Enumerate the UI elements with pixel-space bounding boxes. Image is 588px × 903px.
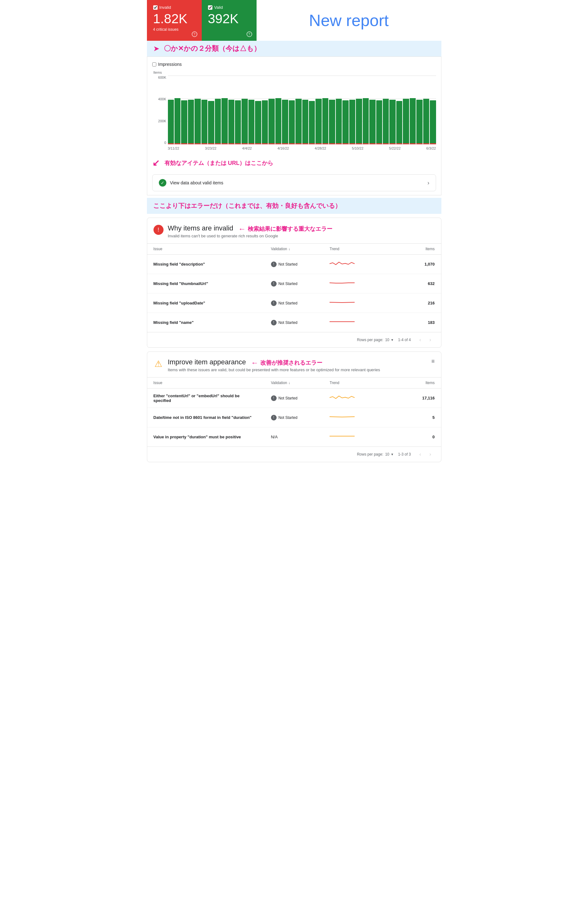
stats-row: Invalid 1.82K 4 critical issues ? Valid … <box>147 0 257 41</box>
trend-sparkline <box>329 298 354 307</box>
invalid-card: Invalid 1.82K 4 critical issues ? <box>147 0 202 41</box>
next-page-button[interactable]: › <box>426 335 435 344</box>
pink-arrow-1: ➤ <box>153 44 160 53</box>
invalid-checkbox-label[interactable]: Invalid <box>153 5 196 10</box>
impressions-checkbox-label[interactable]: Impressions <box>152 62 182 67</box>
trend-cell <box>323 389 397 408</box>
validation-badge: ! Not Started <box>271 320 317 326</box>
bar-27 <box>342 100 348 144</box>
view-valid-button[interactable]: ✓ View data about valid items › <box>152 174 436 191</box>
validation-cell: ! Not Started <box>265 255 324 274</box>
annotation-block-4: ← 検索結果に影響する重大なエラー <box>238 225 332 233</box>
bar-13 <box>248 100 254 144</box>
warning-section-desc: Items with these issues are valid, but c… <box>168 368 380 372</box>
bar-4 <box>188 100 194 144</box>
valid-card: Valid 392K ? <box>202 0 257 41</box>
validation-status: Not Started <box>279 321 298 325</box>
issue-name: Missing field "uploadDate" <box>147 294 265 313</box>
invalid-table-header: Issue Validation ↓ Trend Items <box>147 244 441 255</box>
trend-cell <box>323 427 397 447</box>
invalid-section-title-area: Why items are invalid ← 検索結果に影響する重大なエラー … <box>168 224 332 238</box>
th-validation[interactable]: Validation ↓ <box>265 378 324 389</box>
trend-cell <box>323 274 397 294</box>
not-started-icon: ! <box>271 415 277 420</box>
chart-bars-container: 600K 400K 200K 0 <box>168 76 436 145</box>
impressions-checkbox[interactable] <box>152 62 156 66</box>
valid-label: Valid <box>214 5 223 10</box>
prev-page-button[interactable]: ‹ <box>416 450 425 459</box>
validation-badge: ! Not Started <box>271 415 317 420</box>
valid-checkbox-label[interactable]: Valid <box>208 5 250 10</box>
rows-per-page: Rows per page: 10 ▾ <box>357 338 393 342</box>
impressions-label: Impressions <box>158 62 182 67</box>
filter-icon-area: ≡ <box>431 358 435 365</box>
prev-page-button[interactable]: ‹ <box>416 335 425 344</box>
items-count: 183 <box>397 313 441 332</box>
validation-cell: ! Not Started <box>265 389 324 408</box>
bar-31 <box>369 100 375 144</box>
th-items: Items <box>397 378 441 389</box>
validation-na: N/A <box>271 434 278 439</box>
y-label-0: 0 <box>152 141 166 145</box>
items-count: 1,070 <box>397 255 441 274</box>
warning-table-footer: Rows per page: 10 ▾ 1-3 of 3 ‹ › <box>147 447 441 462</box>
validation-badge: ! Not Started <box>271 261 317 267</box>
bar-15 <box>262 100 268 144</box>
warning-section-title-area: Improve item appearance ← 改善が推奨されるエラー It… <box>168 358 380 372</box>
invalid-sub: 4 critical issues <box>153 27 196 31</box>
th-validation[interactable]: Validation ↓ <box>265 244 324 255</box>
pink-arrow-4: ← <box>238 225 246 233</box>
bar-26 <box>336 99 342 144</box>
validation-badge: ! Not Started <box>271 300 317 306</box>
bar-30 <box>363 98 369 144</box>
table-row: Missing field "description" ! Not Starte… <box>147 255 441 274</box>
warning-section-header: ⚠ Improve item appearance ← 改善が推奨されるエラー … <box>147 352 441 377</box>
not-started-icon: ! <box>271 300 277 306</box>
bar-6 <box>201 100 207 144</box>
section-annotation-3: ここより下はエラーだけ（これまでは、有効・良好も含んでいる） <box>147 198 441 214</box>
rows-per-page-arrow[interactable]: ▾ <box>391 452 393 456</box>
table-row: Either "contentUrl" or "embedUrl" should… <box>147 389 441 408</box>
filter-icon[interactable]: ≡ <box>431 358 435 365</box>
validation-cell: ! Not Started <box>265 313 324 332</box>
y-label-200k: 200K <box>152 119 166 123</box>
x-label-3: 4/4/22 <box>242 146 252 150</box>
x-label-2: 3/23/22 <box>205 146 216 150</box>
validation-badge: ! Not Started <box>271 281 317 286</box>
valid-count: 392K <box>208 12 250 26</box>
green-check-icon: ✓ <box>159 179 166 187</box>
sort-icon: ↓ <box>289 381 290 385</box>
warning-table-header: Issue Validation ↓ Trend Items <box>147 378 441 389</box>
invalid-help-icon[interactable]: ? <box>192 31 198 37</box>
bar-8 <box>215 99 221 144</box>
rows-per-page-value: 10 <box>385 338 389 342</box>
page-nav: ‹ › <box>416 450 435 459</box>
annotation-text-2: 有効なアイテム（または URL）はここから <box>165 159 273 167</box>
valid-help-icon[interactable]: ? <box>246 31 252 37</box>
valid-checkbox[interactable] <box>208 5 212 10</box>
items-count: 632 <box>397 274 441 294</box>
issue-name: Missing field "description" <box>147 255 265 274</box>
bar-1-invalid <box>168 143 174 144</box>
invalid-table: Issue Validation ↓ Trend Items <box>147 243 441 332</box>
y-label-600k: 600K <box>152 76 166 79</box>
next-page-button[interactable]: › <box>426 450 435 459</box>
trend-cell <box>323 408 397 427</box>
rows-per-page-arrow[interactable]: ▾ <box>391 338 393 342</box>
bar-36 <box>403 99 409 144</box>
validation-status: Not Started <box>279 282 298 286</box>
x-label-5: 4/28/22 <box>315 146 326 150</box>
bar-5 <box>194 99 201 144</box>
stat-cards: Invalid 1.82K 4 critical issues ? Valid … <box>147 0 257 41</box>
trend-sparkline <box>329 412 354 422</box>
trend-sparkline <box>329 278 354 288</box>
chart-header: Impressions <box>152 62 436 67</box>
invalid-checkbox[interactable] <box>153 5 158 10</box>
issue-name: Either "contentUrl" or "embedUrl" should… <box>147 389 265 408</box>
table-row: Date/time not in ISO 8601 format in fiel… <box>147 408 441 427</box>
table-row: Missing field "thumbnailUrl" ! Not Start… <box>147 274 441 294</box>
bar-25 <box>329 100 335 144</box>
items-count: 0 <box>397 427 441 447</box>
annotation-text-3: ここより下はエラーだけ（これまでは、有効・良好も含んでいる） <box>153 201 435 210</box>
validation-status: Not Started <box>279 415 298 420</box>
